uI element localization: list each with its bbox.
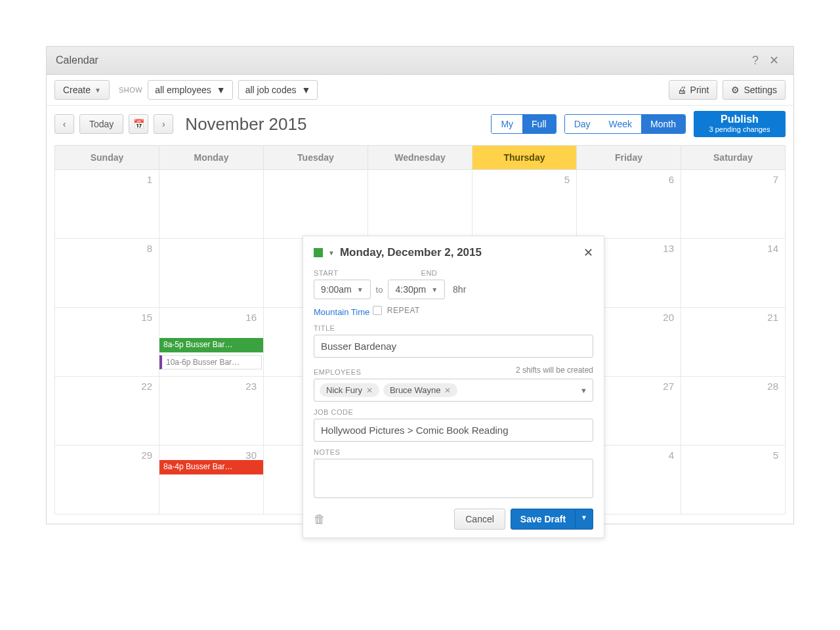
repeat-checkbox[interactable]: REPEAT	[373, 306, 420, 315]
scope-my[interactable]: My	[492, 115, 522, 133]
duration-text: 8hr	[453, 284, 466, 295]
calendar-cell[interactable]: 5	[472, 170, 577, 239]
day-header: Sunday	[55, 146, 159, 170]
day-number: 23	[245, 381, 257, 392]
trash-icon[interactable]: 🗑	[314, 513, 326, 526]
save-draft-button[interactable]: Save Draft	[511, 509, 576, 530]
title-label: TITLE	[314, 324, 593, 332]
prev-button[interactable]: ‹	[54, 114, 74, 134]
titlebar: Calendar ? ✕	[47, 47, 793, 75]
view-month[interactable]: Month	[641, 115, 685, 133]
calendar-cell[interactable]: 168a-5p Busser Bar…10a-6p Busser Bar…	[159, 308, 264, 377]
close-icon[interactable]: ✕	[583, 245, 593, 260]
day-number: 8	[147, 243, 152, 254]
employees-hint: 2 shifts will be created	[516, 366, 593, 375]
calendar-cell[interactable]	[159, 170, 264, 239]
day-number: 5	[773, 450, 778, 461]
jobcodes-filter[interactable]: all job codes ▼	[238, 80, 318, 100]
employee-chip: Nick Fury✕	[320, 383, 379, 397]
calendar-cell[interactable]: 6	[577, 170, 681, 239]
calendar-cell[interactable]: 29	[55, 446, 159, 514]
color-swatch[interactable]	[314, 248, 323, 257]
calendar-cell[interactable]: 23	[159, 377, 264, 446]
employees-select[interactable]: Nick Fury✕ Bruce Wayne✕ ▼	[314, 379, 593, 402]
cancel-button[interactable]: Cancel	[454, 509, 505, 530]
day-header: Monday	[159, 146, 264, 170]
today-button[interactable]: Today	[79, 114, 123, 134]
title-input[interactable]	[314, 335, 593, 358]
create-button[interactable]: Create ▼	[54, 80, 110, 100]
window-title: Calendar	[56, 54, 98, 66]
shift-chip[interactable]: 8a-4p Busser Bar…	[159, 460, 263, 474]
day-number: 7	[773, 174, 778, 185]
show-label: SHOW	[119, 86, 142, 94]
toolbar: Create ▼ SHOW all employees ▼ all job co…	[47, 75, 793, 106]
day-number: 15	[141, 312, 152, 323]
day-number: 29	[141, 450, 152, 461]
day-number: 5	[564, 174, 570, 185]
day-header: Friday	[577, 146, 681, 170]
calendar-cell[interactable]: 15	[55, 308, 159, 377]
settings-button[interactable]: ⚙ Settings	[723, 80, 786, 100]
timezone-link[interactable]: Mountain Time	[314, 307, 369, 317]
day-number: 27	[663, 381, 674, 392]
day-number: 14	[767, 243, 778, 254]
printer-icon: 🖨	[677, 85, 686, 95]
scope-full[interactable]: Full	[522, 115, 556, 133]
checkbox-icon	[373, 306, 382, 315]
end-time-select[interactable]: 4:30pm ▼	[388, 280, 445, 299]
calendar-cell[interactable]: 21	[681, 308, 786, 377]
shift-chip[interactable]: 8a-5p Busser Bar…	[159, 338, 263, 352]
popover-date: Monday, December 2, 2015	[340, 246, 482, 259]
jobcode-label: JOB CODE	[314, 408, 593, 416]
shift-chip[interactable]: 10a-6p Busser Bar…	[159, 355, 262, 369]
calendar-cell[interactable]	[368, 170, 472, 239]
create-label: Create	[63, 85, 91, 95]
start-label: START	[314, 269, 339, 277]
chevron-down-icon: ▼	[431, 286, 438, 293]
view-week[interactable]: Week	[600, 115, 642, 133]
notes-input[interactable]	[314, 459, 593, 498]
chevron-down-icon: ▼	[94, 87, 101, 94]
chevron-down-icon: ▼	[357, 286, 364, 293]
publish-button[interactable]: Publish 3 pending changes	[694, 111, 786, 137]
calendar-cell[interactable]: 5	[681, 446, 786, 514]
print-button[interactable]: 🖨 Print	[669, 80, 718, 100]
day-number: 20	[663, 312, 674, 323]
chevron-down-icon: ▼	[217, 85, 226, 95]
day-header: Tuesday	[264, 146, 368, 170]
calendar-cell[interactable]: 28	[681, 377, 786, 446]
calendar-cell[interactable]: 7	[681, 170, 786, 239]
calendar-icon: 📅	[133, 119, 144, 129]
calendar-cell[interactable]: 22	[55, 377, 159, 446]
day-number: 4	[669, 450, 674, 461]
remove-icon[interactable]: ✕	[366, 386, 373, 395]
day-header: Thursday	[472, 146, 577, 170]
day-header: Saturday	[681, 146, 786, 170]
calendar-cell[interactable]	[264, 170, 368, 239]
day-number: 1	[147, 174, 152, 185]
remove-icon[interactable]: ✕	[444, 386, 451, 395]
gear-icon: ⚙	[731, 85, 740, 95]
help-icon[interactable]: ?	[747, 54, 764, 68]
calendar-picker-button[interactable]: 📅	[129, 114, 148, 134]
close-icon[interactable]: ✕	[764, 53, 784, 68]
month-title: November 2015	[185, 114, 306, 135]
jobcode-input[interactable]	[314, 419, 593, 442]
calendar-cell[interactable]: 14	[681, 239, 786, 308]
chevron-down-icon: ▼	[328, 249, 335, 257]
save-split-button[interactable]: ▼	[576, 509, 593, 530]
view-day[interactable]: Day	[565, 115, 600, 133]
employees-label: EMPLOYEES	[314, 368, 361, 376]
employees-filter[interactable]: all employees ▼	[148, 80, 232, 100]
calendar-cell[interactable]: 308a-4p Busser Bar…	[159, 446, 264, 514]
next-button[interactable]: ›	[154, 114, 173, 134]
calendar-cell[interactable]	[159, 239, 264, 308]
day-number: 30	[245, 450, 257, 461]
day-number: 16	[245, 312, 257, 323]
calendar-cell[interactable]: 1	[55, 170, 159, 239]
calendar-cell[interactable]: 8	[55, 239, 159, 308]
chevron-down-icon: ▼	[301, 85, 310, 95]
start-time-select[interactable]: 9:00am ▼	[314, 280, 371, 299]
day-number: 6	[669, 174, 674, 185]
